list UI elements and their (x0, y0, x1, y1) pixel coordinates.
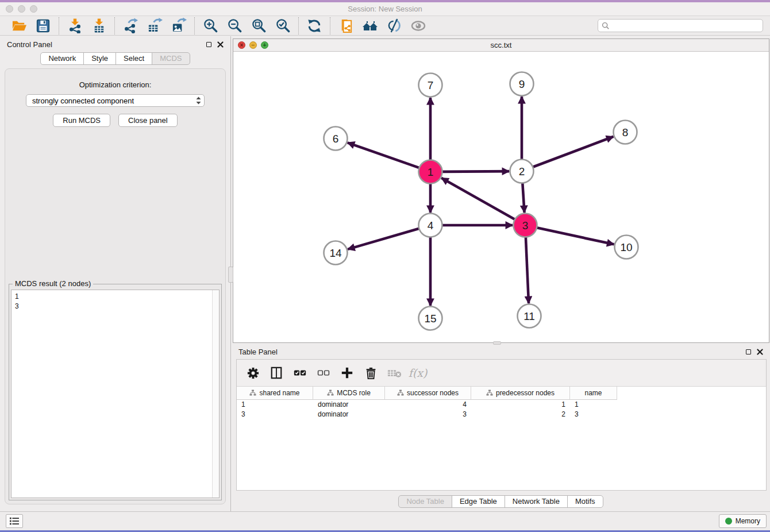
frame-close-button[interactable]: × (238, 41, 245, 49)
export-image-button[interactable] (170, 17, 187, 34)
network-canvas[interactable]: 1234678910111415 (233, 52, 769, 342)
table-cell[interactable]: 3 (237, 410, 313, 419)
tab-node-table[interactable]: Node Table (398, 495, 452, 508)
tab-style[interactable]: Style (83, 52, 116, 65)
control-panel-tabs: NetworkStyleSelectMCDS (0, 52, 230, 65)
tab-select[interactable]: Select (116, 52, 152, 65)
graph-node-11[interactable]: 11 (518, 304, 541, 328)
zoom-in-button[interactable] (202, 17, 219, 34)
table-cell[interactable]: 2 (471, 410, 570, 419)
new-network-from-selection-button[interactable] (337, 17, 355, 34)
graph-edge-1-2[interactable] (442, 171, 509, 172)
zoom-out-button[interactable] (226, 17, 243, 34)
graph-edge-2-3[interactable] (522, 183, 524, 213)
table-cell[interactable]: dominator (313, 410, 385, 419)
close-panel-icon[interactable] (757, 349, 763, 355)
graph-node-4[interactable]: 4 (419, 214, 442, 237)
tab-edge-table[interactable]: Edge Table (452, 495, 505, 508)
table-cell[interactable]: 4 (385, 400, 471, 410)
graph-node-2[interactable]: 2 (510, 160, 534, 183)
graph-node-14[interactable]: 14 (324, 241, 348, 265)
zoom-selected-icon (275, 18, 291, 33)
horizontal-splitter-grip[interactable] (493, 341, 501, 345)
graph-edge-4-14[interactable] (348, 229, 419, 249)
graph-node-15[interactable]: 15 (419, 307, 442, 330)
table-cell[interactable]: dominator (313, 400, 385, 410)
graph-edge-2-8[interactable] (533, 137, 613, 167)
run-mcds-button[interactable]: Run MCDS (53, 114, 110, 127)
graphics-details-button[interactable] (386, 17, 403, 34)
close-panel-button[interactable]: Close panel (118, 114, 178, 127)
table-cell[interactable]: 3 (385, 410, 471, 419)
add-column-button[interactable] (339, 365, 355, 381)
zoom-selected-button[interactable] (274, 17, 291, 34)
export-network-button[interactable] (122, 17, 139, 34)
column-label: name (584, 389, 602, 397)
function-builder-button[interactable]: f(x) (410, 365, 426, 381)
show-hide-button[interactable] (410, 17, 427, 34)
close-window-button[interactable] (6, 5, 13, 13)
memory-button[interactable]: Memory (719, 514, 767, 528)
graph-edge-3-11[interactable] (526, 237, 529, 303)
deselect-all-button[interactable] (315, 365, 332, 381)
tab-mcds[interactable]: MCDS (152, 52, 190, 65)
graph-node-label: 7 (428, 79, 434, 91)
table-row[interactable]: 1dominator411 (237, 400, 766, 410)
table-cell[interactable]: 1 (471, 400, 570, 410)
unchecked-boxes-icon (317, 366, 330, 380)
close-panel-icon[interactable] (217, 41, 224, 48)
zoom-fit-button[interactable] (250, 17, 267, 34)
mcds-result-text[interactable]: 1 3 (11, 290, 220, 498)
column-header-successor-nodes[interactable]: successor nodes (385, 387, 471, 400)
tab-network-table[interactable]: Network Table (505, 495, 568, 508)
graph-node-1[interactable]: 1 (419, 160, 442, 184)
column-header-MCDS-role[interactable]: MCDS role (313, 387, 385, 400)
tab-motifs[interactable]: Motifs (567, 495, 603, 508)
graph-node-6[interactable]: 6 (324, 127, 348, 151)
result-scrollbar[interactable] (212, 290, 219, 498)
float-panel-icon[interactable] (746, 349, 751, 354)
graph-node-3[interactable]: 3 (514, 214, 537, 237)
control-panel-title: Control Panel (7, 40, 206, 49)
frame-minimize-button[interactable]: − (249, 41, 257, 49)
graph-node-7[interactable]: 7 (419, 74, 442, 97)
column-header-shared-name[interactable]: shared name (237, 387, 313, 400)
delete-column-button[interactable] (363, 365, 379, 381)
network-window-titlebar: × − + scc.txt (233, 39, 769, 52)
import-table-button[interactable] (90, 17, 107, 34)
table-cell[interactable]: 1 (570, 400, 617, 410)
graph-edge-3-10[interactable] (537, 228, 614, 244)
table-cell[interactable]: 3 (570, 410, 617, 419)
table-settings-button[interactable] (245, 365, 261, 381)
frame-maximize-button[interactable]: + (261, 41, 268, 49)
mcds-result-title: MCDS result (2 nodes) (13, 279, 93, 288)
graph-edge-3-1[interactable] (441, 178, 515, 219)
zoom-window-button[interactable] (30, 5, 37, 13)
minimize-window-button[interactable] (18, 5, 25, 13)
graph-edge-1-6[interactable] (348, 142, 419, 168)
graph-node-8[interactable]: 8 (614, 121, 637, 144)
export-table-button[interactable] (146, 17, 163, 34)
vertical-splitter-grip[interactable] (228, 267, 233, 283)
table-row[interactable]: 3dominator323 (237, 410, 766, 419)
float-panel-icon[interactable] (206, 42, 211, 47)
column-header-predecessor-nodes[interactable]: predecessor nodes (471, 387, 570, 400)
open-session-button[interactable] (10, 17, 28, 34)
optimization-criterion-select[interactable]: strongly connected component (26, 94, 205, 107)
graph-node-10[interactable]: 10 (615, 236, 638, 259)
search-input[interactable] (612, 21, 759, 30)
column-type-icon (397, 390, 404, 396)
save-session-button[interactable] (34, 17, 52, 34)
table-panel: Table Panel (232, 344, 770, 511)
delete-table-button[interactable] (386, 365, 402, 381)
graph-node-9[interactable]: 9 (510, 72, 534, 96)
column-header-name[interactable]: name (570, 387, 617, 400)
select-all-button[interactable] (292, 365, 308, 381)
tab-network[interactable]: Network (40, 52, 84, 65)
show-columns-button[interactable] (268, 365, 284, 381)
import-network-button[interactable] (66, 17, 83, 34)
table-cell[interactable]: 1 (237, 400, 313, 410)
home-houses-button[interactable] (361, 17, 379, 34)
refresh-button[interactable] (306, 17, 323, 34)
show-panels-button[interactable] (6, 514, 23, 528)
